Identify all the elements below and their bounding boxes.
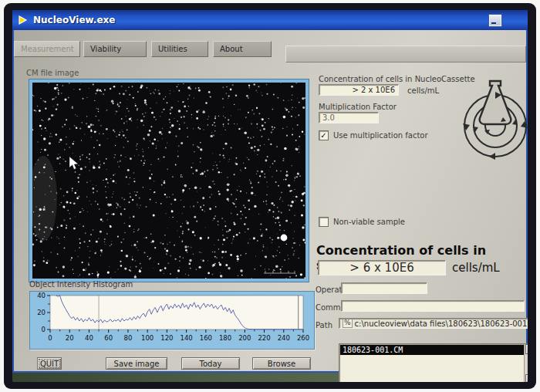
cm-file-image-label: CM file image: [26, 69, 79, 77]
browse-button[interactable]: Browse: [252, 357, 311, 370]
svg-text:120: 120: [160, 334, 173, 342]
flask-mixing-icon: [458, 78, 528, 164]
quit-button[interactable]: QUIT: [37, 357, 62, 370]
title-bar[interactable]: NucleoView.exe: [12, 10, 528, 30]
svg-text:20: 20: [66, 334, 74, 342]
scroll-down-button[interactable]: [525, 374, 528, 382]
svg-text:60: 60: [104, 334, 113, 342]
desktop-background: NucleoView.exe Measurement Viability Uti…: [12, 10, 528, 382]
tab-strip-filler: [285, 46, 526, 63]
svg-text:40: 40: [37, 292, 46, 299]
svg-text:140: 140: [180, 334, 192, 342]
svg-text:40: 40: [85, 334, 93, 342]
tab-viability[interactable]: Viability: [83, 41, 147, 57]
tab-utilities[interactable]: Utilities: [151, 41, 208, 57]
window-title: NucleoView.exe: [33, 15, 115, 25]
file-listbox[interactable]: 180623-001.CM: [339, 343, 528, 382]
tab-label: About: [220, 45, 243, 53]
svg-text:100: 100: [141, 334, 154, 342]
scroll-up-button[interactable]: [525, 344, 528, 354]
non-viable-sample-label: Non-viable sample: [333, 218, 405, 226]
svg-text:200: 200: [238, 334, 251, 342]
path-value: c:\nucleoview\data files\180623\180623-0…: [355, 319, 528, 328]
cassette-unit-label: cells/mL: [407, 86, 439, 95]
cassette-concentration-label: Concentration of cells in NucleoCassette: [319, 75, 475, 83]
non-viable-sample-row[interactable]: Non-viable sample: [319, 217, 405, 227]
svg-text:80: 80: [124, 334, 133, 342]
path-input[interactable]: % c:\nucleoview\data files\180623\180623…: [339, 318, 528, 329]
tab-label: Measurement: [21, 45, 74, 53]
histogram-title: Object Intensity Histogram: [29, 280, 133, 289]
tab-measurement[interactable]: Measurement: [14, 41, 80, 57]
multiplication-factor-input[interactable]: 3.0: [319, 112, 379, 123]
multiplication-factor-label: Multiplication Factor: [319, 103, 397, 111]
svg-text:180: 180: [219, 334, 231, 342]
svg-text:20: 20: [37, 309, 46, 316]
object-intensity-histogram[interactable]: 0204060801001201401601802002202402600204…: [29, 291, 315, 350]
photo-frame: NucleoView.exe Measurement Viability Uti…: [4, 3, 536, 389]
use-multiplication-factor-row[interactable]: ✓ Use multiplication factor: [319, 130, 428, 140]
labview-app-icon: [17, 15, 29, 25]
cell-image-view[interactable]: [29, 79, 309, 282]
cell-scatter-image: [32, 83, 305, 279]
app-window: NucleoView.exe Measurement Viability Uti…: [12, 10, 528, 373]
tab-label: Utilities: [158, 45, 187, 53]
minimize-button[interactable]: [489, 15, 501, 26]
app-body: Measurement Viability Utilities About CM…: [14, 30, 526, 371]
histogram-plot: 0204060801001201401601802002202402600204…: [30, 292, 312, 347]
path-label: Path: [316, 321, 332, 329]
today-button[interactable]: Today: [181, 357, 240, 370]
operator-input[interactable]: [341, 282, 427, 294]
use-multiplication-factor-checkbox[interactable]: ✓: [319, 130, 329, 140]
tab-label: Viability: [90, 45, 121, 53]
non-viable-sample-checkbox[interactable]: [319, 217, 329, 227]
bright-cell-spot: [281, 235, 288, 242]
file-list-scrollbar[interactable]: [524, 344, 528, 382]
file-list-item[interactable]: 180623-001.CM: [340, 345, 524, 355]
svg-text:240: 240: [278, 334, 290, 342]
path-type-icon: %: [343, 319, 353, 328]
svg-text:0: 0: [48, 334, 52, 342]
svg-text:220: 220: [258, 334, 270, 342]
svg-text:0: 0: [42, 326, 46, 333]
use-multiplication-factor-label: Use multiplication factor: [333, 131, 428, 140]
suspension-concentration-value: > 6 x 10E6: [318, 260, 446, 275]
save-image-button[interactable]: Save image: [106, 357, 167, 370]
tab-about[interactable]: About: [213, 41, 272, 57]
cassette-concentration-value: > 2 x 10E6: [319, 84, 399, 96]
svg-text:260: 260: [297, 334, 309, 342]
svg-text:160: 160: [200, 334, 212, 342]
suspension-unit-label: cells/mL: [452, 261, 500, 275]
comment-input[interactable]: [341, 300, 525, 312]
